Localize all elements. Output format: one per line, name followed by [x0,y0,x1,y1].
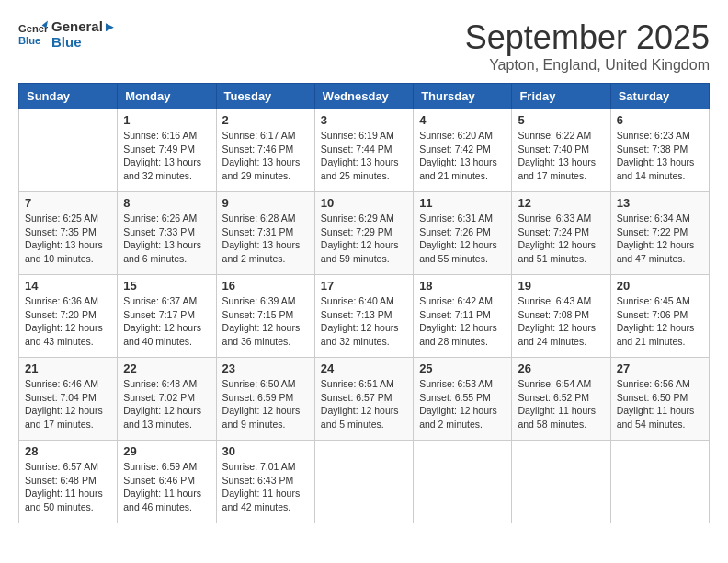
calendar-cell: 27 Sunrise: 6:56 AM Sunset: 6:50 PM Dayl… [610,358,709,441]
calendar-cell [610,441,709,523]
sunrise: Sunrise: 6:23 AM [617,129,703,143]
logo-icon: General Blue [18,19,48,49]
sunset: Sunset: 7:08 PM [518,308,604,322]
sunrise: Sunrise: 6:19 AM [321,129,407,143]
sunrise: Sunrise: 6:17 AM [222,129,309,143]
sunrise: Sunrise: 6:56 AM [617,377,703,391]
day-number: 29 [123,444,210,458]
daylight: Daylight: 12 hours and 59 minutes. [321,238,407,265]
column-header-monday: Monday [118,84,216,109]
sunset: Sunset: 7:29 PM [321,225,407,239]
daylight: Daylight: 12 hours and 55 minutes. [419,238,506,265]
day-number: 21 [25,362,111,375]
day-number: 24 [321,362,407,375]
calendar-cell [512,441,610,523]
sunset: Sunset: 7:35 PM [25,225,111,239]
daylight: Daylight: 13 hours and 29 minutes. [222,155,309,182]
day-number: 10 [321,196,407,210]
sunrise: Sunrise: 6:54 AM [518,377,604,391]
daylight: Daylight: 12 hours and 21 minutes. [617,321,703,348]
sunrise: Sunrise: 6:48 AM [123,377,210,391]
day-number: 22 [123,362,210,375]
daylight: Daylight: 12 hours and 13 minutes. [123,404,210,431]
calendar-cell: 10 Sunrise: 6:29 AM Sunset: 7:29 PM Dayl… [314,192,413,275]
calendar-cell: 21 Sunrise: 6:46 AM Sunset: 7:04 PM Dayl… [19,358,118,441]
sunset: Sunset: 7:06 PM [617,308,703,322]
sunrise: Sunrise: 6:16 AM [123,129,210,143]
daylight: Daylight: 12 hours and 51 minutes. [518,238,604,265]
day-number: 12 [518,196,604,210]
svg-text:Blue: Blue [18,35,40,46]
week-row-3: 14 Sunrise: 6:36 AM Sunset: 7:20 PM Dayl… [19,275,710,358]
column-header-saturday: Saturday [610,84,709,109]
daylight: Daylight: 12 hours and 28 minutes. [419,321,506,348]
daylight: Daylight: 11 hours and 46 minutes. [123,487,210,513]
day-number: 5 [518,113,604,127]
calendar-cell: 12 Sunrise: 6:33 AM Sunset: 7:24 PM Dayl… [512,192,610,275]
sunset: Sunset: 7:38 PM [617,143,703,156]
calendar-cell: 29 Sunrise: 6:59 AM Sunset: 6:46 PM Dayl… [118,441,216,523]
daylight: Daylight: 13 hours and 14 minutes. [617,155,703,182]
column-header-wednesday: Wednesday [314,84,413,109]
sunset: Sunset: 7:46 PM [222,143,309,156]
daylight: Daylight: 13 hours and 10 minutes. [25,238,111,265]
week-row-4: 21 Sunrise: 6:46 AM Sunset: 7:04 PM Dayl… [19,358,710,441]
sunrise: Sunrise: 6:37 AM [123,294,210,308]
daylight: Daylight: 12 hours and 17 minutes. [25,404,111,431]
column-header-tuesday: Tuesday [216,84,314,109]
calendar-cell: 19 Sunrise: 6:43 AM Sunset: 7:08 PM Dayl… [512,275,610,358]
sunrise: Sunrise: 6:42 AM [419,294,506,308]
column-header-friday: Friday [512,84,610,109]
calendar-cell: 13 Sunrise: 6:34 AM Sunset: 7:22 PM Dayl… [610,192,709,275]
day-number: 17 [321,279,407,293]
day-number: 19 [518,279,604,293]
calendar-cell: 18 Sunrise: 6:42 AM Sunset: 7:11 PM Dayl… [414,275,512,358]
sunrise: Sunrise: 6:46 AM [25,377,111,391]
calendar-cell: 11 Sunrise: 6:31 AM Sunset: 7:26 PM Dayl… [414,192,512,275]
day-number: 2 [222,113,309,127]
day-number: 7 [25,196,111,210]
sunset: Sunset: 7:04 PM [25,391,111,405]
day-number: 1 [123,113,210,127]
calendar-cell [19,109,118,192]
sunset: Sunset: 6:59 PM [222,391,309,405]
calendar-cell: 26 Sunrise: 6:54 AM Sunset: 6:52 PM Dayl… [512,358,610,441]
day-number: 15 [123,279,210,293]
sunrise: Sunrise: 6:36 AM [25,294,111,308]
sunrise: Sunrise: 6:53 AM [419,377,506,391]
daylight: Daylight: 12 hours and 2 minutes. [419,404,506,431]
calendar-cell: 23 Sunrise: 6:50 AM Sunset: 6:59 PM Dayl… [216,358,314,441]
sunrise: Sunrise: 6:29 AM [321,212,407,225]
day-number: 14 [25,279,111,293]
daylight: Daylight: 13 hours and 32 minutes. [123,155,210,182]
sunrise: Sunrise: 6:20 AM [419,129,506,143]
daylight: Daylight: 13 hours and 17 minutes. [518,155,604,182]
sunrise: Sunrise: 7:01 AM [222,460,309,474]
location: Yapton, England, United Kingdom [465,57,710,74]
column-header-thursday: Thursday [414,84,512,109]
sunset: Sunset: 7:17 PM [123,308,210,322]
sunset: Sunset: 6:50 PM [617,391,703,405]
sunset: Sunset: 6:55 PM [419,391,506,405]
calendar-cell: 1 Sunrise: 6:16 AM Sunset: 7:49 PM Dayli… [118,109,216,192]
sunset: Sunset: 6:46 PM [123,474,210,488]
sunset: Sunset: 7:24 PM [518,225,604,239]
logo-line1: General► [51,18,117,34]
calendar-cell: 14 Sunrise: 6:36 AM Sunset: 7:20 PM Dayl… [19,275,118,358]
calendar-cell: 2 Sunrise: 6:17 AM Sunset: 7:46 PM Dayli… [216,109,314,192]
day-number: 20 [617,279,703,293]
sunrise: Sunrise: 6:50 AM [222,377,309,391]
daylight: Daylight: 11 hours and 42 minutes. [222,487,309,513]
daylight: Daylight: 11 hours and 58 minutes. [518,404,604,431]
sunrise: Sunrise: 6:31 AM [419,212,506,225]
sunrise: Sunrise: 6:26 AM [123,212,210,225]
sunset: Sunset: 7:49 PM [123,143,210,156]
calendar-cell: 8 Sunrise: 6:26 AM Sunset: 7:33 PM Dayli… [118,192,216,275]
header-row: SundayMondayTuesdayWednesdayThursdayFrid… [19,84,710,109]
logo-line2: Blue [51,34,117,50]
sunrise: Sunrise: 6:59 AM [123,460,210,474]
day-number: 3 [321,113,407,127]
calendar-cell: 9 Sunrise: 6:28 AM Sunset: 7:31 PM Dayli… [216,192,314,275]
sunset: Sunset: 7:33 PM [123,225,210,239]
day-number: 6 [617,113,703,127]
